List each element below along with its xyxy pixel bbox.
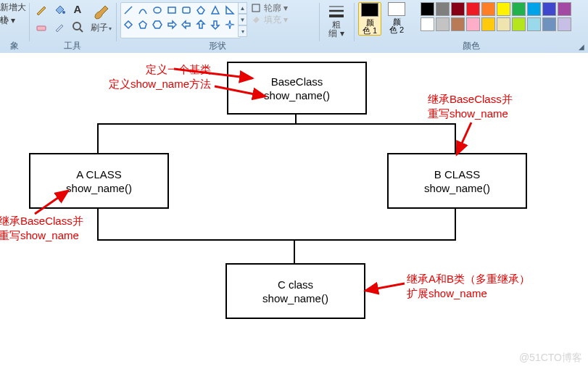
group-label-shapes: 形状: [116, 40, 319, 52]
svg-marker-18: [225, 20, 234, 29]
palette-swatch[interactable]: [558, 17, 571, 31]
svg-marker-12: [139, 21, 146, 28]
color1-button[interactable]: 颜 色 1: [358, 2, 381, 36]
palette-swatch[interactable]: [451, 2, 465, 16]
shape-roundrect-icon[interactable]: [180, 4, 193, 17]
svg-marker-9: [212, 7, 219, 14]
color-palette: [421, 2, 573, 33]
shape-fill-button[interactable]: 填充 ▾: [251, 14, 316, 25]
watermark: @51CTO博客: [519, 352, 582, 365]
svg-marker-15: [182, 21, 190, 28]
shape-hexagon-icon[interactable]: [151, 18, 164, 31]
svg-line-26: [35, 191, 68, 214]
svg-marker-10: [226, 7, 233, 14]
palette-swatch[interactable]: [466, 2, 480, 16]
group-expand-icon[interactable]: ◢: [576, 41, 587, 51]
ribbon-group-shapes: ▲▼▾ 轮廓 ▾ 填充 ▾ 形状: [116, 0, 319, 53]
palette-swatch[interactable]: [481, 2, 495, 16]
shape-arrow-left-icon[interactable]: [180, 18, 193, 31]
svg-rect-6: [168, 7, 175, 13]
palette-swatch[interactable]: [436, 17, 450, 31]
shape-rtriangle-icon[interactable]: [223, 4, 236, 17]
shape-pentagon-icon[interactable]: [136, 18, 149, 31]
svg-point-5: [154, 7, 161, 13]
group-label-image: 象: [0, 40, 29, 52]
palette-swatch[interactable]: [421, 2, 434, 16]
ribbon-group-tools: A 刷子▾ 工具: [29, 0, 116, 53]
eyedropper-tool-icon[interactable]: [51, 20, 67, 36]
svg-line-4: [125, 7, 132, 14]
svg-marker-17: [212, 21, 219, 29]
group-label-tools: 工具: [29, 40, 116, 52]
eraser-tool-icon[interactable]: [33, 20, 49, 36]
brushes-button[interactable]: 刷子▾: [86, 1, 116, 35]
palette-swatch[interactable]: [466, 17, 480, 31]
color2-button[interactable]: 颜 色 2: [386, 2, 407, 34]
shape-star4-icon[interactable]: [223, 18, 236, 31]
svg-point-0: [62, 11, 65, 14]
svg-marker-11: [125, 21, 132, 28]
shape-triangle-icon[interactable]: [209, 4, 222, 17]
palette-swatch[interactable]: [527, 17, 541, 31]
shape-outline-button[interactable]: 轮廓 ▾: [251, 2, 316, 14]
svg-rect-1: [37, 26, 46, 30]
svg-marker-14: [168, 21, 176, 28]
shape-rect-icon[interactable]: [165, 4, 178, 17]
ribbon-group-colors: 颜 色 1 颜 色 2 颜色 ◢: [354, 0, 588, 53]
palette-swatch[interactable]: [451, 17, 465, 31]
svg-rect-7: [183, 7, 190, 13]
group-label-colors: 颜色: [354, 40, 588, 52]
shape-arrow-down-icon[interactable]: [209, 18, 222, 31]
palette-swatch[interactable]: [527, 2, 541, 16]
svg-marker-8: [197, 7, 204, 14]
bucket-tool-icon[interactable]: [51, 3, 67, 19]
drawing-canvas[interactable]: BaseClass show_name() A CLASS show_name(…: [0, 53, 588, 369]
palette-swatch[interactable]: [436, 2, 450, 16]
arrows: [0, 53, 588, 369]
ribbon: 新增大小 转 ▾ 象 A 刷子▾ 工具: [0, 0, 588, 54]
svg-line-28: [365, 283, 405, 291]
shape-diamond-icon[interactable]: [122, 18, 135, 31]
palette-swatch[interactable]: [421, 17, 434, 31]
svg-point-2: [73, 22, 80, 30]
pencil-tool-icon[interactable]: [33, 3, 49, 19]
magnifier-tool-icon[interactable]: [70, 20, 86, 36]
palette-swatch[interactable]: [512, 17, 526, 31]
rotate-button[interactable]: 转 ▾: [0, 14, 15, 27]
shape-polygon-icon[interactable]: [194, 4, 207, 17]
svg-marker-16: [197, 20, 204, 28]
svg-line-3: [80, 29, 83, 32]
palette-swatch[interactable]: [481, 17, 495, 31]
palette-swatch[interactable]: [542, 2, 556, 16]
svg-line-25: [215, 86, 265, 96]
ribbon-group-linewidth: 粗 细 ▾: [319, 0, 354, 53]
shape-line-icon[interactable]: [122, 4, 135, 17]
ribbon-group-image: 新增大小 转 ▾ 象: [0, 0, 29, 53]
svg-rect-19: [252, 4, 260, 12]
palette-swatch[interactable]: [497, 2, 510, 16]
shape-curve-icon[interactable]: [136, 4, 149, 17]
palette-swatch[interactable]: [497, 17, 510, 31]
line-width-button[interactable]: 粗 细 ▾: [321, 1, 352, 35]
palette-swatch[interactable]: [542, 17, 556, 31]
palette-swatch[interactable]: [558, 2, 571, 16]
text-tool-icon[interactable]: A: [70, 3, 86, 19]
palette-swatch[interactable]: [512, 2, 526, 16]
shape-oval-icon[interactable]: [151, 4, 164, 17]
shapes-gallery-scroll[interactable]: ▲▼▾: [238, 2, 247, 37]
shape-arrow-right-icon[interactable]: [165, 18, 178, 31]
shapes-gallery[interactable]: [120, 2, 241, 38]
svg-line-24: [174, 69, 252, 78]
shape-arrow-up-icon[interactable]: [194, 18, 207, 31]
svg-line-27: [457, 123, 471, 154]
svg-marker-13: [153, 21, 162, 28]
